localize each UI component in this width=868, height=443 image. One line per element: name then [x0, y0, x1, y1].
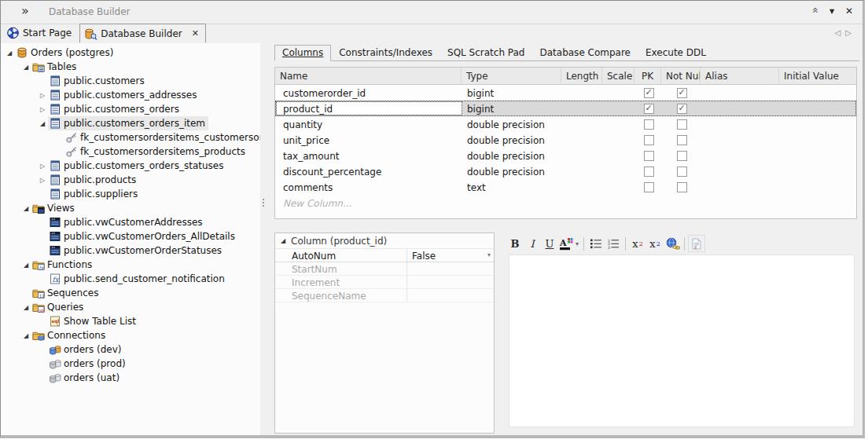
grid-cell-length[interactable]: [562, 164, 603, 178]
doc-tab-database-builder[interactable]: Database Builder✕: [79, 24, 206, 43]
grid-cell-not-null[interactable]: [662, 86, 701, 100]
grid-cell-alias[interactable]: [701, 148, 780, 163]
tab-close-icon[interactable]: ✕: [192, 28, 199, 38]
tree-item-public-products[interactable]: ▷public.products: [1, 173, 260, 187]
grid-cell-length[interactable]: [562, 133, 603, 147]
column-row-comments[interactable]: commentstext: [275, 179, 856, 195]
numbered-list-icon[interactable]: 123: [605, 235, 622, 252]
collapse-window-icon[interactable]: »: [807, 4, 822, 16]
italic-icon[interactable]: I: [524, 235, 541, 252]
grid-cell-pk[interactable]: [635, 133, 662, 147]
expander-open-icon[interactable]: ◢: [20, 304, 31, 311]
grid-cell-scale[interactable]: [603, 117, 635, 131]
tree-item-functions[interactable]: ◢fxFunctions: [1, 258, 260, 272]
column-header-initial-value[interactable]: Initial Value: [779, 68, 855, 84]
tree-item-public-send-customer-notification[interactable]: fxpublic.send_customer_notification: [1, 272, 260, 286]
column-row-quantity[interactable]: quantitydouble precision: [275, 116, 856, 132]
pk-checkbox[interactable]: [644, 167, 654, 177]
tree-item-orders-uat[interactable]: orders (uat): [1, 371, 260, 385]
not-null-checkbox[interactable]: [677, 88, 687, 98]
tree-item-show-table-list[interactable]: sqlShow Table List: [1, 314, 260, 328]
tab-sql-scratch-pad[interactable]: SQL Scratch Pad: [440, 46, 531, 60]
grid-cell-initial-value[interactable]: [780, 148, 855, 163]
new-column-row[interactable]: New Column...: [275, 195, 856, 211]
underline-icon[interactable]: U: [541, 235, 558, 252]
column-properties-header[interactable]: ◢ Column (product_id): [275, 233, 494, 249]
grid-cell-initial-value[interactable]: [780, 164, 855, 178]
grid-cell-alias[interactable]: [701, 133, 780, 147]
grid-cell-type[interactable]: double precision: [462, 148, 562, 163]
grid-cell-type[interactable]: text: [462, 180, 562, 194]
tree-item-tables[interactable]: ◢Tables: [1, 60, 260, 74]
grid-cell-pk[interactable]: [635, 117, 662, 131]
tab-execute-ddl[interactable]: Execute DDL: [638, 46, 713, 60]
bold-icon[interactable]: B: [506, 235, 524, 252]
pk-checkbox[interactable]: [644, 182, 654, 192]
grid-cell-name[interactable]: discount_percentage: [276, 164, 462, 178]
column-row-discount-percentage[interactable]: discount_percentagedouble precision: [275, 163, 856, 179]
grid-cell-name[interactable]: customerorder_id: [276, 86, 462, 100]
column-header-type[interactable]: Type: [462, 68, 561, 84]
dropdown-arrow-icon[interactable]: ▾: [487, 251, 491, 258]
grid-cell-pk[interactable]: [635, 180, 662, 194]
grid-cell-initial-value[interactable]: [780, 86, 855, 100]
grid-cell-type[interactable]: bigint: [462, 86, 562, 100]
vertical-splitter[interactable]: [260, 43, 268, 435]
column-row-unit-price[interactable]: unit_pricedouble precision: [275, 132, 856, 148]
expander-open-icon[interactable]: ◢: [275, 237, 291, 244]
pk-checkbox[interactable]: [644, 104, 654, 114]
tree-item-public-vwcustomerorders-alldetails[interactable]: public.vwCustomerOrders_AllDetails: [1, 229, 260, 243]
grid-cell-name[interactable]: quantity: [276, 117, 462, 131]
tree-item-public-customers-orders[interactable]: ▷public.customers_orders: [1, 102, 260, 116]
window-menu-icon[interactable]: ▼: [825, 8, 839, 15]
property-value[interactable]: [406, 276, 494, 288]
expander-open-icon[interactable]: ◢: [20, 332, 31, 339]
grid-cell-not-null[interactable]: [662, 101, 701, 115]
grid-cell-scale[interactable]: [603, 180, 635, 194]
tree-item-orders-prod[interactable]: orders (prod): [1, 357, 260, 371]
tree-item-public-suppliers[interactable]: public.suppliers: [1, 187, 260, 201]
column-header-scale[interactable]: Scale: [602, 68, 634, 84]
tree-item-connections[interactable]: ◢Connections: [1, 328, 260, 342]
bullet-list-icon[interactable]: [587, 235, 605, 252]
grid-cell-initial-value[interactable]: [780, 180, 855, 194]
column-header-alias[interactable]: Alias: [701, 68, 779, 84]
grid-cell-scale[interactable]: [603, 164, 635, 178]
expander-open-icon[interactable]: ◢: [4, 49, 15, 57]
expander-open-icon[interactable]: ◢: [37, 120, 48, 127]
property-row-increment[interactable]: Increment: [275, 276, 494, 289]
grid-cell-name[interactable]: unit_price: [276, 133, 462, 147]
notes-editor[interactable]: [509, 254, 855, 427]
grid-cell-not-null[interactable]: [662, 117, 701, 131]
tree-item-public-vwcustomeraddresses[interactable]: public.vwCustomerAddresses: [1, 215, 260, 229]
grid-cell-not-null[interactable]: [662, 180, 701, 194]
tree-item-public-customers-addresses[interactable]: ▷public.customers_addresses: [1, 88, 260, 102]
grid-cell-scale[interactable]: [603, 148, 635, 163]
grid-cell-alias[interactable]: [701, 86, 780, 100]
grid-cell-type[interactable]: double precision: [462, 133, 562, 147]
pk-checkbox[interactable]: [644, 151, 654, 161]
property-row-startnum[interactable]: StartNum: [275, 262, 494, 276]
pk-checkbox[interactable]: [644, 135, 654, 145]
expander-open-icon[interactable]: ◢: [20, 205, 31, 212]
tab-constraints-indexes[interactable]: Constraints/Indexes: [332, 46, 440, 60]
grid-cell-scale[interactable]: [603, 101, 635, 115]
column-row-customerorder-id[interactable]: customerorder_idbigint: [275, 85, 856, 101]
property-row-autonum[interactable]: AutoNumFalse▾: [275, 249, 494, 262]
window-close-icon[interactable]: ✕: [842, 5, 856, 16]
grid-cell-length[interactable]: [562, 86, 603, 100]
not-null-checkbox[interactable]: [677, 135, 687, 145]
grid-cell-not-null[interactable]: [662, 133, 701, 147]
not-null-checkbox[interactable]: [677, 119, 687, 130]
doc-tab-start-page[interactable]: Start Page: [2, 24, 78, 42]
tree-item-fk-customersordersitems-products[interactable]: fk_customersordersitems_products: [1, 145, 260, 159]
hyperlink-icon[interactable]: [664, 235, 681, 252]
tree-item-public-customers[interactable]: public.customers: [1, 74, 260, 88]
new-column-label[interactable]: New Column...: [276, 196, 462, 210]
grid-cell-pk[interactable]: [635, 101, 662, 115]
grid-cell-type[interactable]: double precision: [462, 164, 562, 178]
grid-cell-length[interactable]: [562, 117, 603, 131]
tab-database-compare[interactable]: Database Compare: [533, 46, 638, 60]
column-header-not-null[interactable]: Not Null: [661, 68, 701, 84]
column-header-pk[interactable]: PK: [634, 68, 661, 84]
